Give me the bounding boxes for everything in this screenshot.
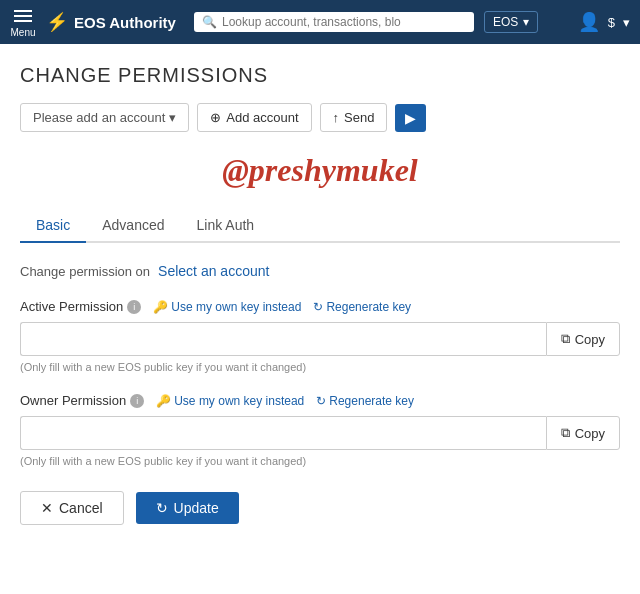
add-account-label: Add account (226, 110, 298, 125)
tabs: Basic Advanced Link Auth (20, 209, 620, 243)
nav-chevron-icon: ▾ (623, 15, 630, 30)
hamburger-icon (10, 6, 36, 26)
account-select-label: Please add an account (33, 110, 165, 125)
toolbar: Please add an account ▾ ⊕ Add account ↑ … (20, 103, 620, 132)
active-permission-hint: (Only fill with a new EOS public key if … (20, 361, 620, 373)
active-regenerate-key-link[interactable]: ↻ Regenerate key (313, 300, 411, 314)
menu-button[interactable]: Menu (10, 6, 36, 38)
owner-permission-header: Owner Permission i 🔑 Use my own key inst… (20, 393, 620, 408)
refresh-icon-owner: ↻ (316, 394, 326, 408)
owner-info-icon[interactable]: i (130, 394, 144, 408)
active-permission-block: Active Permission i 🔑 Use my own key ins… (20, 299, 620, 373)
active-permission-input[interactable] (20, 322, 546, 356)
key-icon-owner: 🔑 (156, 394, 171, 408)
active-permission-input-row: ⧉ Copy (20, 322, 620, 356)
cancel-icon: ✕ (41, 500, 53, 516)
tab-basic[interactable]: Basic (20, 209, 86, 243)
navbar-right: 👤 $ ▾ (578, 11, 630, 33)
change-permission-row: Change permission on Select an account (20, 263, 620, 279)
chevron-down-icon: ▾ (523, 15, 529, 29)
tab-link-auth[interactable]: Link Auth (181, 209, 271, 243)
active-permission-title: Active Permission i (20, 299, 141, 314)
change-permission-label: Change permission on (20, 264, 150, 279)
refresh-icon: ↻ (313, 300, 323, 314)
owner-permission-input-row: ⧉ Copy (20, 416, 620, 450)
play-icon: ▶ (405, 110, 416, 126)
search-input[interactable] (222, 15, 466, 29)
page-title: CHANGE PERMISSIONS (20, 64, 620, 87)
account-select-button[interactable]: Please add an account ▾ (20, 103, 189, 132)
owner-use-my-key-link[interactable]: 🔑 Use my own key instead (156, 394, 304, 408)
send-button[interactable]: ↑ Send (320, 103, 388, 132)
search-icon: 🔍 (202, 15, 217, 29)
owner-copy-button[interactable]: ⧉ Copy (546, 416, 620, 450)
search-bar[interactable]: 🔍 (194, 12, 474, 32)
owner-regenerate-key-link[interactable]: ↻ Regenerate key (316, 394, 414, 408)
brand: ⚡ EOS Authority (46, 11, 176, 33)
dollar-label: $ (608, 15, 615, 30)
send-icon: ↑ (333, 110, 340, 125)
watermark: @preshymukel (20, 152, 620, 189)
active-permission-header: Active Permission i 🔑 Use my own key ins… (20, 299, 620, 314)
active-use-my-key-link[interactable]: 🔑 Use my own key instead (153, 300, 301, 314)
key-icon: 🔑 (153, 300, 168, 314)
network-label: EOS (493, 15, 518, 29)
add-circle-icon: ⊕ (210, 110, 221, 125)
active-copy-button[interactable]: ⧉ Copy (546, 322, 620, 356)
brand-name: EOS Authority (74, 14, 176, 31)
user-icon[interactable]: 👤 (578, 11, 600, 33)
owner-permission-title: Owner Permission i (20, 393, 144, 408)
cancel-button[interactable]: ✕ Cancel (20, 491, 124, 525)
copy-icon-owner: ⧉ (561, 425, 570, 441)
network-selector[interactable]: EOS ▾ (484, 11, 538, 33)
navbar: Menu ⚡ EOS Authority 🔍 EOS ▾ 👤 $ ▾ (0, 0, 640, 44)
select-account-link[interactable]: Select an account (158, 263, 269, 279)
owner-permission-hint: (Only fill with a new EOS public key if … (20, 455, 620, 467)
brand-icon: ⚡ (46, 11, 68, 33)
send-label: Send (344, 110, 374, 125)
page-content: CHANGE PERMISSIONS Please add an account… (0, 44, 640, 594)
dropdown-arrow-icon: ▾ (169, 110, 176, 125)
owner-permission-block: Owner Permission i 🔑 Use my own key inst… (20, 393, 620, 467)
owner-permission-input[interactable] (20, 416, 546, 450)
menu-label: Menu (10, 27, 35, 38)
active-info-icon[interactable]: i (127, 300, 141, 314)
update-icon: ↻ (156, 500, 168, 516)
bottom-actions: ✕ Cancel ↻ Update (20, 491, 620, 525)
play-button[interactable]: ▶ (395, 104, 426, 132)
copy-icon: ⧉ (561, 331, 570, 347)
add-account-button[interactable]: ⊕ Add account (197, 103, 311, 132)
tab-advanced[interactable]: Advanced (86, 209, 180, 243)
update-button[interactable]: ↻ Update (136, 492, 239, 524)
